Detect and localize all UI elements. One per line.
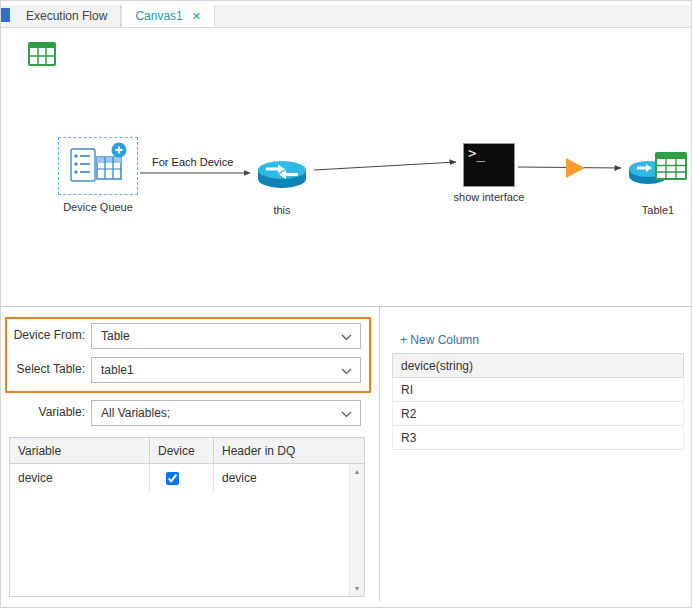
- node-device-queue[interactable]: [58, 137, 138, 195]
- table-row[interactable]: R3: [392, 426, 684, 450]
- chevron-down-icon: [341, 334, 352, 341]
- close-icon[interactable]: ✕: [192, 11, 201, 22]
- tab-execution-flow[interactable]: Execution Flow: [13, 5, 121, 27]
- select-table-value: table1: [101, 363, 134, 377]
- device-queue-icon: [67, 141, 129, 191]
- variable-cell: device: [10, 464, 150, 492]
- tab-canvas1-label: Canvas1: [135, 9, 182, 23]
- variable-table: Variable Device Header in DQ device devi…: [9, 437, 365, 597]
- app-window: Execution Flow Canvas1 ✕: [0, 0, 692, 608]
- variable-select[interactable]: All Variables;: [91, 400, 361, 426]
- device-from-label: Device From:: [1, 328, 85, 342]
- table-editor-panel: + New Column device(string) RI R2 R3: [380, 307, 692, 601]
- select-table-label: Select Table:: [1, 362, 85, 376]
- table-row[interactable]: RI: [392, 378, 684, 402]
- node-this-router[interactable]: [256, 154, 308, 194]
- column-header-header-in-dq: Header in DQ: [214, 438, 364, 463]
- tab-execution-flow-label: Execution Flow: [26, 9, 107, 23]
- vertical-scrollbar[interactable]: ▲ ▼: [349, 464, 364, 596]
- node-table1[interactable]: [628, 148, 690, 196]
- tab-bar: Execution Flow Canvas1 ✕: [1, 5, 692, 28]
- column-header-variable: Variable: [10, 438, 150, 463]
- orange-arrow-icon: [566, 158, 585, 178]
- device-column-header[interactable]: device(string): [392, 353, 684, 378]
- canvas-table-icon[interactable]: [27, 39, 57, 73]
- device-checkbox[interactable]: [166, 472, 179, 485]
- edge-label-for-each-device: For Each Device: [152, 156, 233, 168]
- variable-table-header: Variable Device Header in DQ: [10, 438, 364, 464]
- node-this-label: this: [252, 204, 312, 216]
- scroll-down-icon[interactable]: ▼: [350, 581, 364, 596]
- scroll-up-icon[interactable]: ▲: [350, 464, 364, 479]
- chevron-down-icon: [341, 411, 352, 418]
- new-column-link[interactable]: + New Column: [400, 333, 479, 347]
- device-from-value: Table: [101, 329, 130, 343]
- bottom-pane: Device From: Table Select Table: table1 …: [1, 306, 692, 601]
- node-table1-label: Table1: [627, 204, 689, 216]
- variable-value: All Variables;: [101, 406, 170, 420]
- table-row[interactable]: R2: [392, 402, 684, 426]
- column-header-device: Device: [150, 438, 214, 463]
- node-show-interface-label: show interface: [444, 191, 534, 203]
- header-in-dq-cell: device: [214, 464, 364, 492]
- device-from-select[interactable]: Table: [91, 323, 361, 349]
- chevron-down-icon: [341, 368, 352, 375]
- tab-canvas1[interactable]: Canvas1 ✕: [121, 5, 215, 27]
- flow-canvas[interactable]: Device Queue For Each Device this >_ sho…: [1, 29, 692, 306]
- window-accent: [1, 8, 10, 22]
- node-show-interface-terminal[interactable]: >_: [463, 143, 515, 187]
- device-cell: [150, 464, 214, 492]
- select-table-select[interactable]: table1: [91, 357, 361, 383]
- device-table: device(string) RI R2 R3: [392, 353, 684, 450]
- node-device-queue-label: Device Queue: [38, 201, 158, 213]
- table-row[interactable]: device device: [10, 464, 364, 492]
- terminal-prompt-icon: >_: [468, 145, 485, 161]
- variable-label: Variable:: [1, 405, 85, 419]
